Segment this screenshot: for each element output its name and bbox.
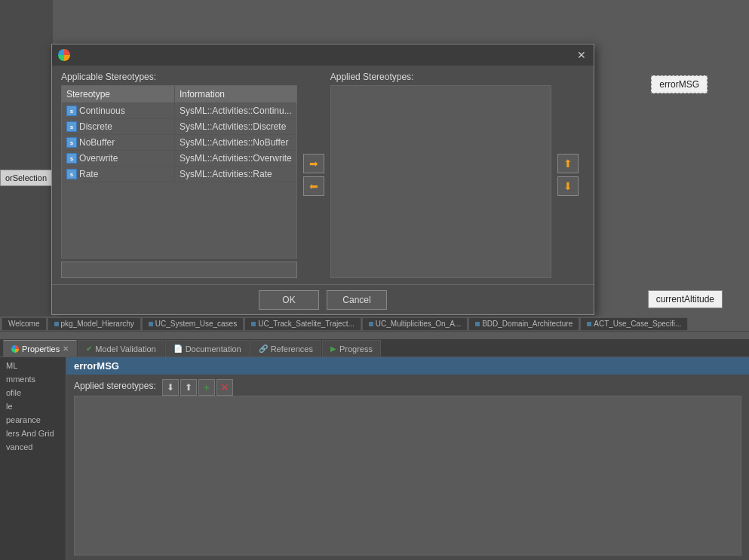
tab-references[interactable]: 🔗 References bbox=[250, 340, 321, 357]
stereotype-name: Overwrite bbox=[79, 153, 118, 164]
col-information-header: Information bbox=[175, 86, 296, 103]
properties-sidebar: ML mments ofile le pearance lers And Gri… bbox=[0, 357, 66, 560]
stereotype-name-cell: s NoBuffer bbox=[62, 135, 175, 150]
dialog-footer: OK Cancel bbox=[52, 284, 594, 314]
applied-stereotypes-list[interactable] bbox=[330, 85, 551, 278]
error-msg-node[interactable]: errorMSG bbox=[651, 75, 708, 93]
stereotype-name: Continuous bbox=[79, 106, 125, 116]
dialog-close-button[interactable]: ✕ bbox=[576, 49, 588, 61]
add-stereotype-button[interactable]: ➡ bbox=[303, 154, 324, 173]
sidebar-item-comments[interactable]: mments bbox=[0, 372, 66, 386]
tab-label: UC_System_Use_cases bbox=[155, 320, 237, 328]
tab-label: UC_Multiplicities_On_A... bbox=[376, 320, 461, 328]
stereotype-info: SysML::Activities::Overwrite bbox=[180, 153, 292, 164]
stereotype-info: SysML::Activities::Continu... bbox=[180, 106, 292, 116]
stereotype-info-cell: SysML::Activities::NoBuffer bbox=[175, 135, 296, 150]
stereotype-icon: s bbox=[66, 153, 77, 164]
applicable-stereotypes-dialog: ✕ Applicable Stereotypes: Stereotype Inf… bbox=[51, 44, 594, 315]
tab-welcome[interactable]: Welcome bbox=[2, 317, 47, 331]
move-down-btn[interactable]: ⬇ bbox=[162, 379, 179, 396]
current-altitude-node[interactable]: currentAltitude bbox=[648, 290, 723, 308]
properties-tab-bar: Properties ✕ ✔ Model Validation 📄 Docume… bbox=[0, 339, 749, 357]
add-btn[interactable]: + bbox=[198, 379, 215, 396]
stereotype-info-cell: SysML::Activities::Overwrite bbox=[175, 151, 296, 166]
tab-model-validation[interactable]: ✔ Model Validation bbox=[78, 340, 164, 357]
reorder-arrows-panel: ⬆ ⬇ bbox=[551, 72, 585, 278]
move-up-button[interactable]: ⬆ bbox=[557, 154, 579, 173]
stereotype-icon: s bbox=[66, 121, 77, 132]
tab-references-label: References bbox=[271, 344, 313, 353]
tab-properties-close[interactable]: ✕ bbox=[63, 344, 69, 353]
stereotype-info: SysML::Activities::NoBuffer bbox=[180, 137, 289, 148]
tab-bdd[interactable]: BDD_Domain_Architecture bbox=[468, 317, 579, 331]
sidebar-item-appearance[interactable]: pearance bbox=[0, 413, 66, 427]
stereotype-table: Stereotype Information s Continuous SysM… bbox=[61, 85, 297, 259]
properties-title-bar: errorMSG bbox=[66, 357, 749, 375]
stereotype-name-cell: s Discrete bbox=[62, 119, 175, 134]
references-icon: 🔗 bbox=[259, 344, 268, 353]
tab-uc-system[interactable]: UC_System_Use_cases bbox=[142, 317, 244, 331]
tab-progress[interactable]: ▶ Progress bbox=[322, 340, 381, 357]
background-right bbox=[628, 0, 749, 324]
tab-label: BDD_Domain_Architecture bbox=[482, 320, 572, 328]
progress-icon: ▶ bbox=[330, 344, 336, 353]
dialog-titlebar: ✕ bbox=[52, 44, 594, 66]
editor-tab-bar: Welcome pkg_Model_Hierarchy UC_System_Us… bbox=[0, 317, 749, 332]
remove-btn[interactable]: ✕ bbox=[216, 379, 233, 396]
stereotype-icon: s bbox=[66, 137, 77, 148]
tab-label: UC_Track_Satelite_Traject... bbox=[258, 320, 355, 328]
current-altitude-label: currentAltitude bbox=[656, 294, 714, 304]
properties-main-area: errorMSG Applied stereotypes: ⬇ ⬆ + ✕ bbox=[66, 357, 749, 560]
table-row[interactable]: s NoBuffer SysML::Activities::NoBuffer bbox=[62, 135, 296, 151]
remove-stereotype-button[interactable]: ⬅ bbox=[303, 176, 324, 196]
cancel-button[interactable]: Cancel bbox=[327, 290, 387, 310]
tab-properties[interactable]: Properties ✕ bbox=[3, 340, 77, 357]
applied-stereotypes-prop-area[interactable] bbox=[74, 396, 741, 555]
tab-documentation[interactable]: 📄 Documentation bbox=[165, 340, 250, 357]
dialog-body: Applicable Stereotypes: Stereotype Infor… bbox=[52, 66, 594, 284]
tab-label: ACT_Use_Case_Specifi... bbox=[594, 320, 681, 328]
or-selection-label: orSelection bbox=[0, 170, 52, 186]
sidebar-item-rulers-grid[interactable]: lers And Grid bbox=[0, 427, 66, 440]
tab-dot-icon bbox=[475, 322, 480, 326]
table-row[interactable]: s Rate SysML::Activities::Rate bbox=[62, 167, 296, 182]
properties-section: Properties ✕ ✔ Model Validation 📄 Docume… bbox=[0, 339, 749, 560]
stereotype-name-cell: s Rate bbox=[62, 167, 175, 182]
properties-tab-icon bbox=[11, 345, 19, 353]
sidebar-item-advanced[interactable]: vanced bbox=[0, 440, 66, 454]
tab-welcome-label: Welcome bbox=[8, 320, 40, 328]
properties-title: errorMSG bbox=[74, 360, 119, 372]
applied-stereotypes-row: Applied stereotypes: ⬇ ⬆ + ✕ bbox=[74, 379, 741, 396]
ok-button[interactable]: OK bbox=[259, 290, 319, 310]
stereotype-name: Rate bbox=[79, 169, 98, 179]
stereotype-info-cell: SysML::Activities::Continu... bbox=[175, 103, 296, 118]
stereotype-name-cell: s Overwrite bbox=[62, 151, 175, 166]
stereotype-icon: s bbox=[66, 169, 77, 179]
table-row[interactable]: s Continuous SysML::Activities::Continu.… bbox=[62, 103, 296, 119]
tab-dot-icon bbox=[54, 322, 59, 326]
stereotype-info-cell: SysML::Activities::Discrete bbox=[175, 119, 296, 134]
tab-pkg-model-hierarchy[interactable]: pkg_Model_Hierarchy bbox=[48, 317, 141, 331]
tab-model-validation-label: Model Validation bbox=[95, 344, 156, 353]
tab-uc-multiplicities[interactable]: UC_Multiplicities_On_A... bbox=[362, 317, 468, 331]
stereotype-info: SysML::Activities::Discrete bbox=[180, 121, 286, 132]
background-left bbox=[0, 0, 53, 324]
stereotype-search-input[interactable] bbox=[61, 262, 297, 278]
stereotype-name-cell: s Continuous bbox=[62, 103, 175, 118]
table-row[interactable]: s Overwrite SysML::Activities::Overwrite bbox=[62, 151, 296, 167]
stereotype-name: Discrete bbox=[79, 121, 112, 132]
applied-stereotypes-toolbar: ⬇ ⬆ + ✕ bbox=[162, 379, 233, 396]
tab-uc-track[interactable]: UC_Track_Satelite_Traject... bbox=[244, 317, 361, 331]
tab-progress-label: Progress bbox=[339, 344, 373, 353]
sidebar-item-ml[interactable]: ML bbox=[0, 359, 66, 372]
sidebar-item-profile[interactable]: ofile bbox=[0, 386, 66, 399]
tab-dot-icon bbox=[587, 322, 591, 326]
applied-stereotypes-prop-label: Applied stereotypes: bbox=[74, 379, 156, 391]
table-row[interactable]: s Discrete SysML::Activities::Discrete bbox=[62, 119, 296, 135]
stereotype-icon: s bbox=[66, 106, 77, 116]
move-up-btn[interactable]: ⬆ bbox=[180, 379, 197, 396]
tab-documentation-label: Documentation bbox=[186, 344, 241, 353]
move-down-button[interactable]: ⬇ bbox=[557, 176, 579, 196]
sidebar-item-file[interactable]: le bbox=[0, 399, 66, 413]
tab-act[interactable]: ACT_Use_Case_Specifi... bbox=[580, 317, 688, 331]
